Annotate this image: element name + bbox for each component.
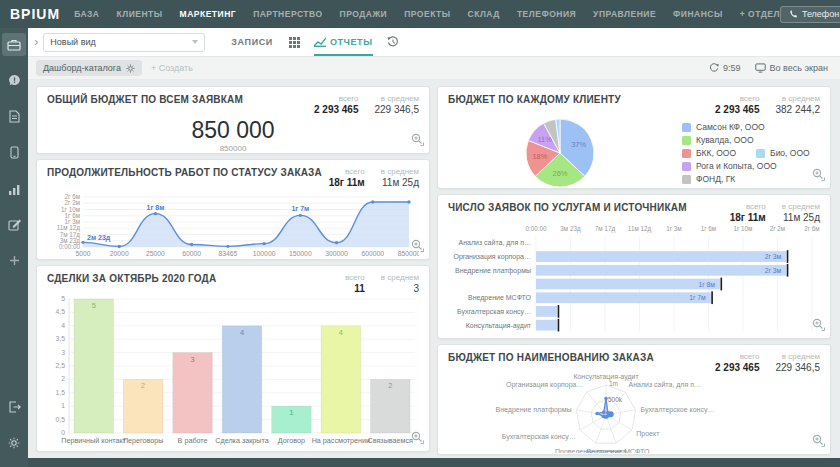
legend-swatch: [756, 149, 765, 158]
content: › Новый вид ЗАПИСИ О: [28, 28, 840, 458]
svg-text:3м 23д: 3м 23д: [560, 225, 581, 233]
deals-bar-chart: 00,511,522,533,544,555Первичный контакт2…: [47, 294, 419, 446]
view-toolbar: › Новый вид ЗАПИСИ О: [28, 28, 840, 57]
svg-text:3: 3: [190, 355, 194, 364]
legend-item: Самсон КФ, ООО: [682, 122, 765, 132]
svg-text:3: 3: [61, 349, 65, 356]
nav-item-база[interactable]: БАЗА: [74, 9, 99, 19]
tab-records[interactable]: ЗАПИСИ: [231, 37, 273, 47]
tab-reports-label: ОТЧЕТЫ: [330, 37, 373, 47]
client-budget-pie-chart: 37%26%18%11%: [448, 115, 666, 189]
svg-text:11%: 11%: [537, 135, 552, 144]
sidebar-item-chat-alert-icon[interactable]: [2, 69, 26, 92]
zoom-in-icon[interactable]: [411, 132, 424, 150]
create-button[interactable]: + Создать: [151, 63, 193, 73]
sidebar-item-document-icon[interactable]: [2, 105, 26, 128]
collapse-chevron-icon[interactable]: ›: [34, 34, 38, 49]
card-title: БЮДЖЕТ ПО КАЖДОМУ КЛИЕНТУ: [448, 94, 621, 105]
zoom-in-icon[interactable]: [411, 430, 424, 448]
legend-swatch: [682, 123, 691, 132]
refresh-icon: [709, 63, 719, 73]
stat-total-label: всего: [740, 352, 760, 361]
reports-chart-icon: [314, 37, 326, 47]
legend-swatch: [682, 136, 691, 145]
tag-gear-icon[interactable]: [126, 64, 135, 73]
sidebar-item-chart-icon[interactable]: [2, 177, 26, 200]
svg-text:150000: 150000: [289, 250, 312, 257]
sidebar-item-edit-icon[interactable]: [2, 213, 26, 236]
card-stats: всего18г 11м в среднем11м 25д: [730, 202, 820, 223]
sidebar-item-export-icon[interactable]: [2, 395, 26, 418]
svg-text:0:00:00: 0:00:00: [59, 243, 81, 250]
stat-total-value: 2 293 465: [715, 362, 760, 373]
svg-text:500k: 500k: [608, 396, 623, 403]
dashboard: ОБЩИЙ БЮДЖЕТ ПО ВСЕМ ЗАЯВКАМ всего2 293 …: [28, 80, 840, 455]
history-icon[interactable]: [387, 36, 399, 48]
nav-item-партнерство[interactable]: ПАРТНЕРСТВО: [253, 9, 322, 19]
svg-text:Первичный контакт: Первичный контакт: [61, 436, 127, 445]
svg-text:1г 10м: 1г 10м: [61, 206, 80, 213]
svg-text:2г 3м: 2г 3м: [765, 267, 782, 274]
card-title: ПРОДОЛЖИТЕЛЬНОСТЬ РАБОТ ПО СТАТУСУ ЗАКАЗ…: [47, 167, 322, 178]
card-client-budget: БЮДЖЕТ ПО КАЖДОМУ КЛИЕНТУ всего2 293 465…: [437, 86, 831, 189]
nav-item--отдел[interactable]: + ОТДЕЛ: [740, 9, 780, 19]
zoom-in-icon[interactable]: [812, 167, 825, 185]
dashboard-tag[interactable]: Дашборд-каталога: [36, 60, 142, 76]
nav-item-управление[interactable]: УПРАВЛЕНИЕ: [593, 9, 656, 19]
sidebar-item-gear-icon[interactable]: [2, 431, 26, 454]
sidebar-item-plus-icon[interactable]: [2, 249, 26, 272]
legend-item: БКК, ООО: [682, 148, 736, 158]
svg-text:Бухгалтерское консу…: Бухгалтерское консу…: [640, 406, 714, 414]
app-root: BPIUM БАЗАКЛИЕНТЫМАРКЕТИНГПАРТНЕРСТВОПРО…: [0, 0, 840, 467]
nav-item-финансы[interactable]: ФИНАНСЫ: [673, 9, 723, 19]
sidebar-item-mobile-icon[interactable]: [2, 141, 26, 164]
top-nav: БАЗАКЛИЕНТЫМАРКЕТИНГПАРТНЕРСТВОПРОДАЖИПР…: [74, 9, 780, 19]
svg-text:100000: 100000: [253, 250, 276, 257]
svg-text:1г 10м: 1г 10м: [734, 225, 753, 232]
zoom-in-icon[interactable]: [411, 238, 424, 256]
svg-text:4: 4: [240, 328, 244, 337]
svg-text:1г 3м: 1г 3м: [666, 225, 681, 232]
nav-item-склад[interactable]: СКЛАД: [468, 9, 500, 19]
zoom-in-icon[interactable]: [812, 317, 825, 335]
sidebar-item-briefcase-icon[interactable]: [2, 33, 26, 56]
nav-item-маркетинг[interactable]: МАРКЕТИНГ: [180, 9, 237, 19]
svg-text:1г 8м: 1г 8м: [698, 281, 715, 288]
stat-total-label: всего: [345, 167, 365, 176]
svg-text:3,5: 3,5: [56, 335, 66, 342]
svg-text:Консультация-аудит: Консультация-аудит: [573, 373, 639, 381]
svg-text:4: 4: [61, 322, 65, 329]
tab-reports[interactable]: ОТЧЕТЫ: [314, 28, 373, 56]
nav-item-проекты[interactable]: ПРОЕКТЫ: [404, 9, 450, 19]
legend-swatch: [682, 175, 691, 184]
pie-wrap: 37%26%18%11% Самсон КФ, ОООКувалда, ОООБ…: [448, 115, 820, 189]
card-requests: ЧИСЛО ЗАЯВОК ПО УСЛУГАМ И ИСТОЧНИКАМ все…: [437, 194, 831, 339]
legend-item: Био, ООО: [756, 148, 810, 158]
svg-text:1: 1: [289, 408, 293, 417]
nav-item-клиенты[interactable]: КЛИЕНТЫ: [117, 9, 163, 19]
stat-average-label: в среднем: [381, 273, 419, 282]
svg-text:2г 2м: 2г 2м: [770, 225, 785, 232]
nav-item-продажи[interactable]: ПРОДАЖИ: [340, 9, 388, 19]
dashboard-right-column: БЮДЖЕТ ПО КАЖДОМУ КЛИЕНТУ всего2 293 465…: [437, 86, 831, 455]
svg-text:3м 23д: 3м 23д: [60, 237, 81, 245]
fullscreen-button[interactable]: Во весь экран: [755, 63, 828, 73]
refresh-control[interactable]: 9:59: [709, 63, 741, 73]
card-title: БЮДЖЕТ ПО НАИМЕНОВАНИЮ ЗАКАЗА: [448, 352, 654, 363]
stat-total-value: 18г 11м: [730, 212, 766, 223]
stat-total-value: 2 293 465: [715, 104, 760, 115]
svg-text:Консультация-аудит: Консультация-аудит: [466, 322, 532, 330]
fullscreen-label: Во весь экран: [770, 63, 828, 73]
nav-item-телефония[interactable]: ТЕЛЕФОНИЯ: [517, 9, 576, 19]
view-select[interactable]: Новый вид: [43, 33, 205, 52]
zoom-in-icon[interactable]: [812, 433, 825, 451]
card-order-budget: БЮДЖЕТ ПО НАИМЕНОВАНИЮ ЗАКАЗА всего2 293…: [437, 344, 831, 455]
chevron-down-icon: [192, 40, 198, 44]
phone-button[interactable]: Телефон: [780, 6, 840, 23]
svg-text:4: 4: [339, 328, 343, 337]
stat-average-label: в среднем: [782, 94, 820, 103]
svg-text:1г 6м: 1г 6м: [65, 212, 80, 219]
grid-view-icon[interactable]: [289, 37, 300, 48]
svg-text:2: 2: [388, 381, 392, 390]
app-logo[interactable]: BPIUM: [0, 6, 74, 22]
